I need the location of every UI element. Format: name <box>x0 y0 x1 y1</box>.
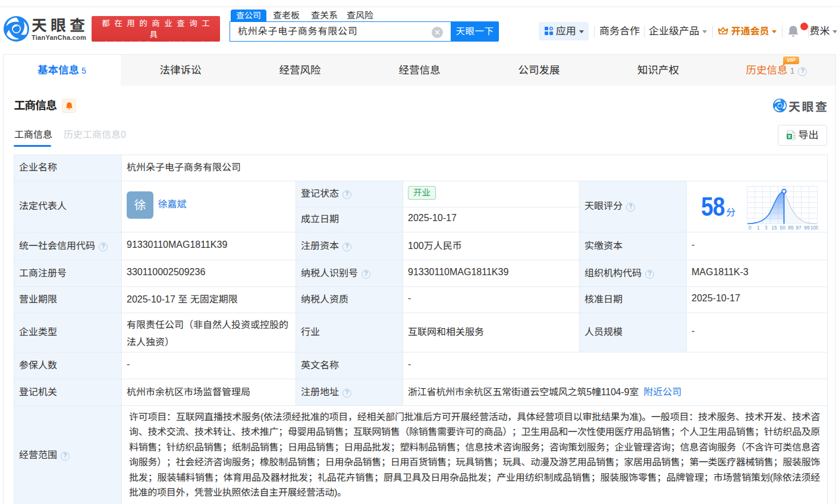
svg-text:1: 1 <box>757 224 760 230</box>
svg-text:97: 97 <box>796 224 802 230</box>
svg-text:0: 0 <box>749 224 752 230</box>
svg-text:100: 100 <box>810 224 818 230</box>
svg-text:15: 15 <box>771 224 777 230</box>
svg-text:85: 85 <box>788 224 794 230</box>
svg-text:3: 3 <box>765 224 768 230</box>
svg-text:50: 50 <box>780 224 785 230</box>
svg-text:99: 99 <box>804 224 810 230</box>
